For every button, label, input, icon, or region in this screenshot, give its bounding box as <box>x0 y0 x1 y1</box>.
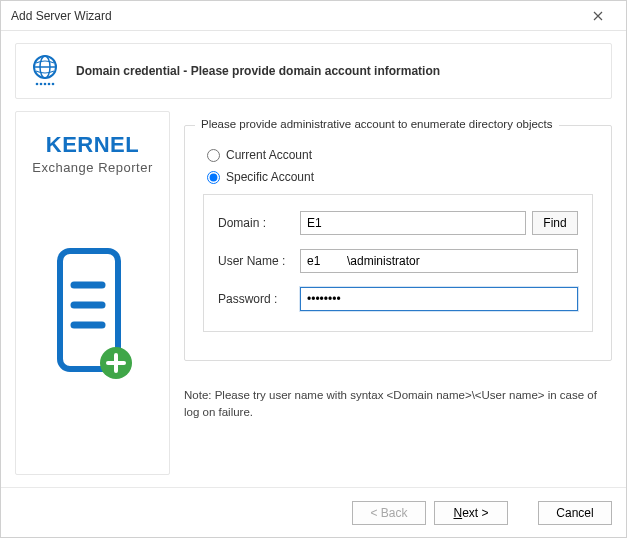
username-row: User Name : <box>218 249 578 273</box>
svg-point-7 <box>52 83 55 86</box>
password-input[interactable] <box>300 287 578 311</box>
fieldset-legend: Please provide administrative account to… <box>195 118 559 130</box>
next-rest: ext > <box>462 506 488 520</box>
svg-point-6 <box>48 83 51 86</box>
radio-current-account[interactable]: Current Account <box>207 148 593 162</box>
domain-input[interactable] <box>300 211 526 235</box>
close-button[interactable] <box>578 2 618 30</box>
radio-specific-label: Specific Account <box>226 170 314 184</box>
cancel-button[interactable]: Cancel <box>538 501 612 525</box>
right-pane: Please provide administrative account to… <box>184 111 612 475</box>
header-banner: Domain credential - Please provide domai… <box>15 43 612 99</box>
svg-point-3 <box>36 83 39 86</box>
find-button[interactable]: Find <box>532 211 578 235</box>
sidebar: KERNEL Exchange Reporter <box>15 111 170 475</box>
wizard-window: Add Server Wizard Domain credential - Pl… <box>0 0 627 538</box>
radio-current-label: Current Account <box>226 148 312 162</box>
credentials-fieldset: Please provide administrative account to… <box>184 125 612 361</box>
username-label: User Name : <box>218 254 300 268</box>
svg-point-5 <box>44 83 47 86</box>
radio-specific-account[interactable]: Specific Account <box>207 170 593 184</box>
note-text: Note: Please try user name with syntax <… <box>184 387 612 422</box>
main-row: KERNEL Exchange Reporter Pl <box>15 111 612 475</box>
content-area: Domain credential - Please provide domai… <box>1 31 626 487</box>
radio-current-input[interactable] <box>207 149 220 162</box>
window-title: Add Server Wizard <box>11 9 578 23</box>
titlebar: Add Server Wizard <box>1 1 626 31</box>
banner-heading: Domain credential - Please provide domai… <box>76 64 440 78</box>
globe-credential-icon <box>28 54 62 88</box>
brand-sub: Exchange Reporter <box>32 160 153 175</box>
footer: < Back Next > Cancel <box>1 487 626 537</box>
password-label: Password : <box>218 292 300 306</box>
svg-point-4 <box>40 83 43 86</box>
domain-label: Domain : <box>218 216 300 230</box>
brand-name: KERNEL <box>46 132 139 158</box>
next-mnemonic: N <box>453 506 462 520</box>
next-button[interactable]: Next > <box>434 501 508 525</box>
specific-account-box: Domain : Find User Name : Password : <box>203 194 593 332</box>
back-button[interactable]: < Back <box>352 501 426 525</box>
domain-row: Domain : Find <box>218 211 578 235</box>
username-input[interactable] <box>300 249 578 273</box>
password-row: Password : <box>218 287 578 311</box>
radio-specific-input[interactable] <box>207 171 220 184</box>
document-add-icon <box>48 245 138 388</box>
close-icon <box>593 11 603 21</box>
